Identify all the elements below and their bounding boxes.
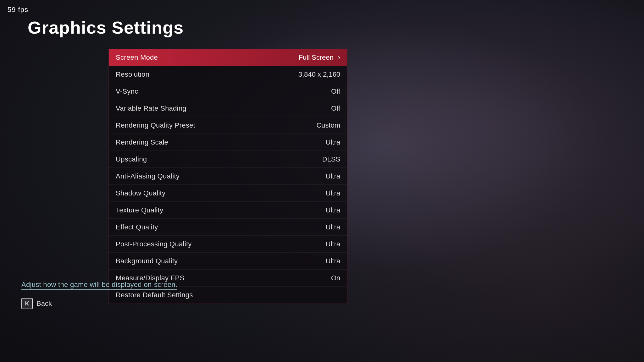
setting-value-resolution: 3,840 x 2,160 [298, 70, 340, 79]
setting-value-upscaling: DLSS [322, 155, 340, 163]
setting-value-post-processing-quality: Ultra [326, 240, 340, 248]
page-title: Graphics Settings [28, 17, 184, 38]
setting-label-texture-quality: Texture Quality [116, 206, 163, 214]
back-button[interactable]: K Back [21, 298, 52, 309]
setting-value-texture-quality: Ultra [326, 206, 340, 214]
setting-row-resolution[interactable]: Resolution3,840 x 2,160 [109, 66, 347, 83]
setting-row-texture-quality[interactable]: Texture QualityUltra [109, 202, 347, 219]
setting-value-effect-quality: Ultra [326, 223, 340, 231]
setting-label-variable-rate-shading: Variable Rate Shading [116, 104, 186, 112]
setting-value-background-quality: Ultra [326, 257, 340, 265]
setting-row-rendering-quality-preset[interactable]: Rendering Quality PresetCustom [109, 117, 347, 134]
back-key-icon: K [21, 298, 33, 309]
setting-label-restore-default-settings: Restore Default Settings [116, 291, 193, 299]
setting-value-screen-mode: Full Screen [298, 53, 333, 62]
setting-row-anti-aliasing-quality[interactable]: Anti-Aliasing QualityUltra [109, 168, 347, 185]
setting-label-anti-aliasing-quality: Anti-Aliasing Quality [116, 172, 180, 180]
setting-value-anti-aliasing-quality: Ultra [326, 172, 340, 180]
setting-label-resolution: Resolution [116, 70, 149, 79]
setting-label-effect-quality: Effect Quality [116, 223, 158, 231]
setting-value-measure-display-fps: On [331, 274, 340, 282]
setting-row-screen-mode[interactable]: Screen ModeFull Screen› [109, 49, 347, 66]
setting-row-variable-rate-shading[interactable]: Variable Rate ShadingOff [109, 100, 347, 117]
fps-counter: 59 fps [8, 6, 28, 14]
setting-row-post-processing-quality[interactable]: Post-Processing QualityUltra [109, 236, 347, 253]
setting-row-v-sync[interactable]: V-SyncOff [109, 83, 347, 100]
settings-panel: Screen ModeFull Screen›Resolution3,840 x… [108, 49, 347, 304]
setting-value-rendering-scale: Ultra [326, 138, 340, 146]
hint-text: Adjust how the game will be displayed on… [21, 281, 177, 290]
setting-row-upscaling[interactable]: UpscalingDLSS [109, 151, 347, 168]
setting-label-shadow-quality: Shadow Quality [116, 189, 165, 197]
setting-row-shadow-quality[interactable]: Shadow QualityUltra [109, 185, 347, 202]
setting-label-rendering-quality-preset: Rendering Quality Preset [116, 121, 195, 129]
setting-value-variable-rate-shading: Off [331, 104, 340, 112]
setting-label-post-processing-quality: Post-Processing Quality [116, 240, 192, 248]
setting-label-v-sync: V-Sync [116, 87, 138, 96]
setting-row-effect-quality[interactable]: Effect QualityUltra [109, 219, 347, 236]
setting-value-rendering-quality-preset: Custom [316, 121, 340, 129]
chevron-right-icon: › [338, 53, 340, 62]
setting-row-background-quality[interactable]: Background QualityUltra [109, 253, 347, 270]
setting-value-v-sync: Off [331, 87, 340, 96]
setting-row-rendering-scale[interactable]: Rendering ScaleUltra [109, 134, 347, 151]
setting-value-shadow-quality: Ultra [326, 189, 340, 197]
setting-label-background-quality: Background Quality [116, 257, 178, 265]
setting-label-rendering-scale: Rendering Scale [116, 138, 168, 146]
back-label: Back [36, 299, 52, 308]
setting-label-screen-mode: Screen Mode [116, 53, 158, 62]
setting-label-upscaling: Upscaling [116, 155, 147, 163]
